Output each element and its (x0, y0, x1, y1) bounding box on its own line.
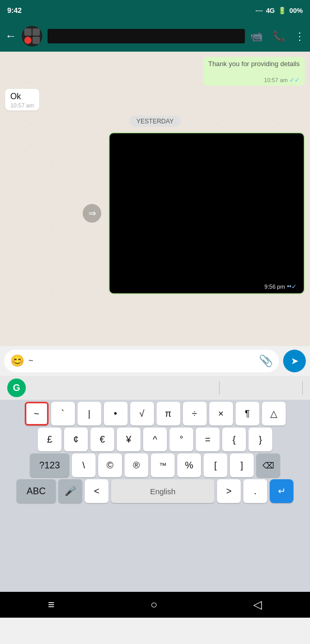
date-separator-label: YESTERDAY (129, 116, 181, 127)
forward-button[interactable]: ⇒ (83, 204, 101, 223)
keyboard-toolbar: G (0, 376, 310, 400)
key-tilde[interactable]: ~ (25, 402, 49, 426)
key-period[interactable]: . (243, 479, 267, 503)
toolbar-dividers (219, 381, 303, 395)
ok-message-time: 10:57 am (10, 102, 34, 108)
key-pound[interactable]: £ (38, 428, 61, 451)
attach-button[interactable]: 📎 (259, 354, 273, 368)
send-icon: ➤ (291, 355, 299, 367)
ok-message-row: Ok 10:57 am (5, 89, 305, 111)
key-trademark[interactable]: ™ (151, 453, 175, 477)
key-open-bracket[interactable]: [ (204, 453, 227, 477)
key-pilcrow[interactable]: ¶ (236, 402, 259, 426)
header-action-icons: 📹 📞 ⋮ (250, 30, 305, 42)
key-percent[interactable]: % (177, 453, 201, 477)
keyboard: G ~ ` | • √ π ÷ × ¶ △ £ ¢ € ¥ ^ ° = (0, 376, 310, 592)
more-options-icon[interactable]: ⋮ (295, 30, 305, 42)
signal-icon: ···· (255, 7, 262, 14)
key-yen[interactable]: ¥ (117, 428, 141, 451)
key-sqrt[interactable]: √ (130, 402, 154, 426)
key-greater-than[interactable]: > (217, 479, 241, 503)
message-input-bar: 😊 ~ 📎 ➤ (0, 346, 310, 376)
key-space[interactable]: English (111, 479, 214, 503)
partial-message-text: Thank you for providing details (208, 60, 300, 75)
key-cent[interactable]: ¢ (64, 428, 88, 451)
partial-message-bubble: Thank you for providing details 10:57 am… (203, 57, 305, 86)
key-close-bracket[interactable]: ] (230, 453, 254, 477)
video-thumbnail (110, 133, 304, 293)
ok-message-bubble: Ok 10:57 am (5, 89, 39, 111)
grammarly-button[interactable]: G (7, 379, 26, 397)
key-divide[interactable]: ÷ (183, 402, 207, 426)
message-input-container: 😊 ~ 📎 (4, 350, 279, 372)
toolbar-divider-1 (219, 381, 220, 395)
partial-message-row: Thank you for providing details 10:57 am… (5, 57, 305, 86)
key-pi[interactable]: π (157, 402, 180, 426)
date-separator: YESTERDAY (5, 116, 305, 127)
partial-message-time: 10:57 am ✓✓ (208, 76, 300, 84)
emoji-button[interactable]: 😊 (10, 354, 24, 368)
nav-menu-icon[interactable]: ≡ (48, 598, 55, 611)
status-icons: ···· 4G 🔋 00% (255, 7, 303, 14)
key-close-brace[interactable]: } (249, 428, 272, 451)
key-copyright[interactable]: © (98, 453, 122, 477)
key-euro[interactable]: € (90, 428, 114, 451)
key-row-4: ABC 🎤 < English > . ↵ (1, 479, 309, 503)
key-abc[interactable]: ABC (17, 479, 56, 503)
read-ticks: ••✓ (287, 283, 297, 290)
video-message-container: ⇒ 9:56 pm ••✓ (109, 132, 305, 294)
battery-icon: 🔋 (278, 7, 286, 14)
send-button[interactable]: ➤ (283, 350, 306, 372)
video-call-icon[interactable]: 📹 (250, 30, 263, 42)
key-bullet[interactable]: • (104, 402, 128, 426)
video-message-bubble[interactable]: 9:56 pm ••✓ (109, 132, 305, 294)
chat-header: ← 📹 📞 ⋮ (0, 21, 310, 52)
contact-name-bar (48, 29, 245, 43)
video-time-badge: 9:56 pm ••✓ (261, 282, 300, 291)
chat-messages: Thank you for providing details 10:57 am… (0, 52, 310, 346)
battery-level: 00% (289, 7, 303, 14)
key-times[interactable]: × (209, 402, 233, 426)
message-input[interactable]: ~ (28, 356, 255, 366)
key-open-brace[interactable]: { (222, 428, 246, 451)
key-row-3: ?123 \ © ® ™ % [ ] ⌫ (1, 453, 309, 477)
toolbar-divider-2 (302, 381, 303, 395)
key-rows: ~ ` | • √ π ÷ × ¶ △ £ ¢ € ¥ ^ ° = { } ?1… (0, 400, 310, 592)
key-triangle[interactable]: △ (262, 402, 286, 426)
key-mic[interactable]: 🎤 (58, 479, 82, 503)
nav-back-icon[interactable]: ◁ (253, 598, 262, 611)
ok-message-text: Ok (10, 92, 21, 101)
network-type: 4G (266, 7, 275, 14)
phone-icon[interactable]: 📞 (272, 30, 285, 42)
key-pipe[interactable]: | (78, 402, 101, 426)
key-equals[interactable]: = (196, 428, 220, 451)
status-bar: 9:42 ···· 4G 🔋 00% (0, 0, 310, 21)
key-row-1: ~ ` | • √ π ÷ × ¶ △ (1, 402, 309, 426)
avatar[interactable] (22, 26, 42, 46)
nav-home-icon[interactable]: ○ (150, 598, 157, 611)
key-backslash[interactable]: \ (72, 453, 96, 477)
key-backtick[interactable]: ` (51, 402, 75, 426)
bottom-nav: ≡ ○ ◁ (0, 592, 310, 618)
video-timestamp: 9:56 pm (265, 284, 285, 290)
key-row-2: £ ¢ € ¥ ^ ° = { } (1, 428, 309, 451)
key-caret[interactable]: ^ (143, 428, 167, 451)
key-123[interactable]: ?123 (30, 453, 69, 477)
key-registered[interactable]: ® (125, 453, 148, 477)
key-less-than[interactable]: < (85, 479, 109, 503)
back-button[interactable]: ← (5, 29, 17, 43)
key-degree[interactable]: ° (169, 428, 193, 451)
status-time: 9:42 (7, 6, 22, 14)
video-message-row: ⇒ 9:56 pm ••✓ (5, 132, 305, 294)
tick-icon: ✓✓ (289, 76, 300, 84)
key-enter[interactable]: ↵ (270, 479, 293, 503)
key-backspace[interactable]: ⌫ (256, 453, 280, 477)
